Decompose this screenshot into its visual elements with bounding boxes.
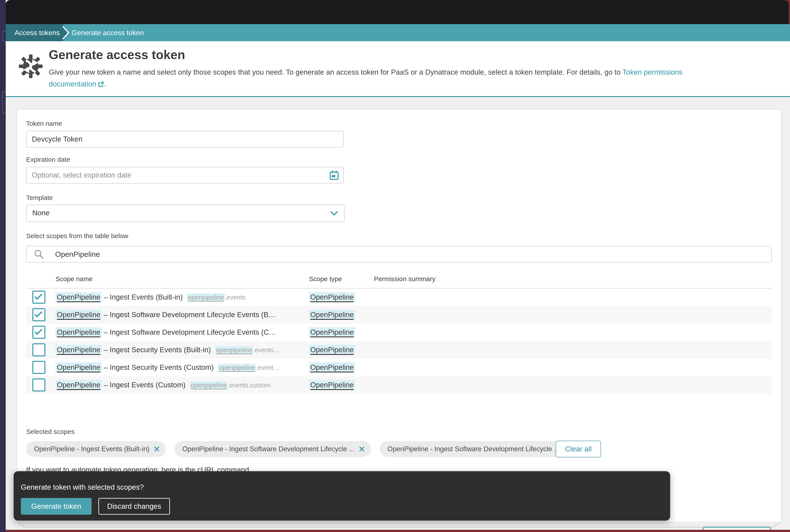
left-nav-sliver <box>0 0 6 532</box>
page-header: Generate access token Give your new toke… <box>6 41 790 97</box>
scope-name-link[interactable]: OpenPipeline – Ingest Software Developme… <box>56 323 280 341</box>
external-link-icon <box>98 81 104 87</box>
x-icon <box>154 446 159 452</box>
generate-token-button[interactable]: Generate token <box>21 498 92 515</box>
scope-row[interactable]: OpenPipeline – Ingest Software Developme… <box>26 306 772 323</box>
scope-table-header: Scope name Scope type Permission summary <box>26 273 772 289</box>
selected-scope-chip: OpenPipeline - Ingest Events (Built-in) <box>26 441 166 457</box>
scope-type-link[interactable]: OpenPipeline <box>309 306 355 323</box>
search-icon <box>34 249 44 260</box>
scope-type-link[interactable]: OpenPipeline <box>309 323 355 341</box>
scope-search-input[interactable] <box>26 246 772 263</box>
scope-type-link[interactable]: OpenPipeline <box>309 341 355 359</box>
nav-icon-sliver <box>2 91 6 114</box>
page-title: Generate access token <box>49 48 185 62</box>
scope-id: openpipeline.event… <box>218 364 280 371</box>
documentation-link[interactable]: documentation <box>49 80 104 88</box>
scope-id: openpipeline.events… <box>215 346 280 354</box>
toast-question: Generate token with selected scopes? <box>21 483 144 491</box>
scope-checkbox[interactable] <box>32 290 45 304</box>
page-description-line2: documentation. <box>49 80 106 88</box>
selected-scope-chip: OpenPipeline - Ingest Software Developme… <box>380 441 576 457</box>
template-select[interactable]: None <box>26 205 344 222</box>
scope-checkbox[interactable] <box>32 308 45 321</box>
selected-scopes-chips: OpenPipeline - Ingest Events (Built-in) … <box>26 441 576 457</box>
calendar-icon[interactable] <box>330 170 339 180</box>
scope-name-link[interactable]: OpenPipeline – Ingest Software Developme… <box>56 306 280 324</box>
token-form-card: Token name Expiration date Template None… <box>17 109 782 522</box>
chevron-right-icon <box>62 26 70 39</box>
chevron-down-icon <box>331 211 338 216</box>
app-top-bar <box>6 0 789 24</box>
breadcrumb-item-generate-access-token[interactable]: Generate access token <box>72 24 144 41</box>
clear-all-button[interactable]: Clear all <box>556 441 601 457</box>
scope-name-link[interactable]: OpenPipeline – Ingest Events (Built-in)o… <box>56 288 245 306</box>
card-stack-edge <box>22 525 776 528</box>
template-selected-value: None <box>32 205 50 221</box>
confirmation-toast: Generate token with selected scopes? Gen… <box>14 471 670 520</box>
scope-search <box>26 246 772 263</box>
token-permissions-link[interactable]: Token permissions <box>622 68 682 76</box>
breadcrumb-item-access-tokens[interactable]: Access tokens <box>15 24 60 41</box>
column-header-scope-name: Scope name <box>56 275 92 283</box>
template-label: Template <box>26 194 53 202</box>
gear-sync-icon <box>18 53 43 79</box>
check-icon <box>34 328 43 335</box>
scope-type-link[interactable]: OpenPipeline <box>309 359 355 376</box>
nav-icon-sliver <box>2 31 6 42</box>
scope-type-link[interactable]: OpenPipeline <box>309 376 355 394</box>
token-name-input[interactable] <box>26 131 344 148</box>
selected-scopes-label: Selected scopes <box>26 428 74 435</box>
check-icon <box>34 293 43 300</box>
scope-name-link[interactable]: OpenPipeline – Ingest Security Events (C… <box>56 359 280 376</box>
select-scopes-label: Select scopes from the table below <box>26 232 128 240</box>
expiration-date-label: Expiration date <box>26 156 70 163</box>
scope-row[interactable]: OpenPipeline – Ingest Security Events (C… <box>26 359 772 376</box>
selected-scope-chip: OpenPipeline - Ingest Software Developme… <box>174 441 371 457</box>
scope-checkbox[interactable] <box>32 378 45 392</box>
scope-id: openpipeline.events.custom <box>190 382 271 389</box>
remove-chip-button[interactable] <box>154 446 159 452</box>
scope-type-link[interactable]: OpenPipeline <box>309 288 355 306</box>
scope-row[interactable]: OpenPipeline – Ingest Security Events (B… <box>26 341 772 359</box>
column-header-scope-type: Scope type <box>309 275 342 283</box>
expiration-date-input[interactable] <box>26 167 344 184</box>
generate-access-token-page: Access tokens Generate access token <box>0 0 790 532</box>
breadcrumb: Access tokens Generate access token <box>6 24 790 41</box>
background-window-edge <box>6 530 790 532</box>
scope-row[interactable]: OpenPipeline – Ingest Events (Built-in)o… <box>26 288 772 306</box>
check-icon <box>34 311 43 318</box>
scope-row[interactable]: OpenPipeline – Ingest Events (Custom)ope… <box>26 376 772 394</box>
scope-checkbox[interactable] <box>32 343 45 357</box>
x-icon <box>359 446 365 452</box>
scope-name-link[interactable]: OpenPipeline – Ingest Events (Custom)ope… <box>56 376 270 394</box>
page-description: Give your new token a name and select on… <box>49 68 682 76</box>
token-name-label: Token name <box>26 120 62 127</box>
scope-checkbox[interactable] <box>32 361 45 374</box>
scope-name-link[interactable]: OpenPipeline – Ingest Security Events (B… <box>56 341 280 359</box>
discard-changes-button[interactable]: Discard changes <box>98 498 170 515</box>
column-header-permission-summary: Permission summary <box>374 275 435 283</box>
scope-id: openpipeline.events <box>187 294 245 301</box>
scope-row[interactable]: OpenPipeline – Ingest Software Developme… <box>26 323 772 341</box>
scope-checkbox[interactable] <box>32 326 45 339</box>
remove-chip-button[interactable] <box>359 446 365 452</box>
